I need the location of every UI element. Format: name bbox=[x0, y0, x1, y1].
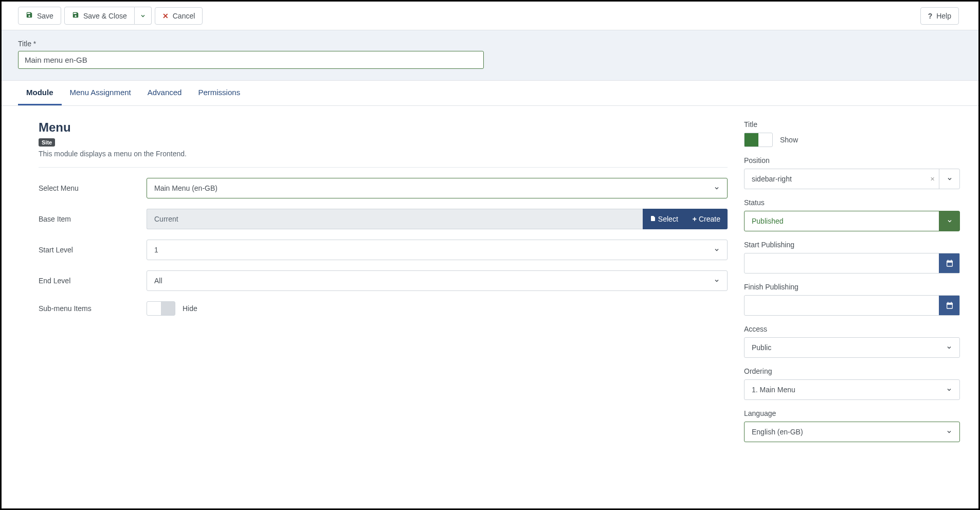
end-level-value: All bbox=[147, 277, 706, 285]
chevron-down-icon bbox=[939, 380, 959, 399]
main-column: Menu Site This module displays a menu on… bbox=[20, 120, 728, 451]
toolbar: Save Save & Close ✕ Cancel ? Help bbox=[2, 2, 978, 30]
label-access: Access bbox=[744, 325, 960, 333]
save-label: Save bbox=[37, 12, 53, 20]
chevron-down-icon bbox=[939, 338, 959, 357]
divider bbox=[39, 167, 728, 168]
end-level-dropdown[interactable]: All bbox=[147, 270, 728, 291]
submenu-value: Hide bbox=[183, 304, 197, 313]
base-item-value: Current bbox=[154, 215, 178, 223]
row-base-item: Base Item Current Select + Create bbox=[20, 209, 728, 229]
switch-knob bbox=[161, 302, 175, 315]
chevron-down-icon bbox=[706, 178, 727, 198]
tab-menu-assignment[interactable]: Menu Assignment bbox=[62, 81, 139, 105]
status-dropdown[interactable]: Published bbox=[744, 211, 960, 231]
save-dropdown-toggle[interactable] bbox=[135, 7, 152, 25]
base-item-create-button[interactable]: + Create bbox=[685, 209, 728, 229]
group-finish-publishing: Finish Publishing bbox=[744, 283, 960, 316]
title-block: Title * bbox=[2, 30, 978, 81]
calendar-icon[interactable] bbox=[939, 296, 959, 315]
cancel-icon: ✕ bbox=[162, 12, 169, 20]
save-close-button[interactable]: Save & Close bbox=[64, 7, 135, 25]
tab-advanced[interactable]: Advanced bbox=[139, 81, 190, 105]
status-value: Published bbox=[745, 217, 939, 225]
group-access: Access Public bbox=[744, 325, 960, 358]
base-item-select-button[interactable]: Select bbox=[643, 209, 685, 229]
group-title-toggle: Title Show bbox=[744, 120, 960, 147]
create-label: Create bbox=[699, 215, 720, 223]
chevron-down-icon bbox=[939, 211, 959, 231]
group-status: Status Published bbox=[744, 198, 960, 231]
label-finish-publishing: Finish Publishing bbox=[744, 283, 960, 291]
content: Menu Site This module displays a menu on… bbox=[2, 106, 978, 466]
label-ordering: Ordering bbox=[744, 367, 960, 375]
help-label: Help bbox=[936, 12, 951, 20]
language-value: English (en-GB) bbox=[745, 428, 939, 436]
label-status: Status bbox=[744, 198, 960, 207]
group-position: Position sidebar-right ✕ bbox=[744, 156, 960, 189]
save-close-group: Save & Close bbox=[64, 7, 152, 25]
title-toggle[interactable] bbox=[744, 133, 773, 147]
file-icon bbox=[650, 215, 656, 224]
start-publishing-input[interactable] bbox=[744, 253, 960, 274]
save-close-label: Save & Close bbox=[83, 12, 127, 20]
access-value: Public bbox=[745, 343, 939, 352]
help-icon: ? bbox=[928, 12, 933, 20]
group-language: Language English (en-GB) bbox=[744, 409, 960, 442]
switch-knob bbox=[745, 133, 758, 147]
select-menu-dropdown[interactable]: Main Menu (en-GB) bbox=[147, 178, 728, 198]
help-button[interactable]: ? Help bbox=[920, 7, 959, 25]
site-badge: Site bbox=[39, 138, 55, 147]
module-heading: Menu bbox=[20, 120, 728, 135]
title-label: Title * bbox=[18, 40, 962, 48]
tab-module[interactable]: Module bbox=[18, 81, 62, 105]
clear-icon[interactable]: ✕ bbox=[926, 176, 939, 183]
ordering-value: 1. Main Menu bbox=[745, 386, 939, 394]
base-item-input: Current bbox=[147, 209, 643, 229]
group-start-publishing: Start Publishing bbox=[744, 241, 960, 274]
chevron-down-icon bbox=[706, 240, 727, 260]
position-value: sidebar-right bbox=[745, 175, 926, 183]
chevron-down-icon bbox=[939, 169, 959, 189]
chevron-down-icon bbox=[939, 422, 959, 442]
tab-permissions[interactable]: Permissions bbox=[190, 81, 248, 105]
label-position: Position bbox=[744, 156, 960, 165]
language-dropdown[interactable]: English (en-GB) bbox=[744, 422, 960, 442]
tabs: Module Menu Assignment Advanced Permissi… bbox=[2, 81, 978, 106]
save-icon bbox=[72, 11, 79, 20]
cancel-button[interactable]: ✕ Cancel bbox=[155, 7, 203, 25]
submenu-toggle[interactable] bbox=[147, 301, 175, 316]
calendar-icon[interactable] bbox=[939, 253, 959, 273]
title-input[interactable] bbox=[18, 51, 484, 69]
label-title-toggle: Title bbox=[744, 120, 960, 129]
select-label: Select bbox=[658, 215, 678, 223]
row-start-level: Start Level 1 bbox=[20, 240, 728, 260]
row-submenu: Sub-menu Items Hide bbox=[20, 301, 728, 316]
label-start-level: Start Level bbox=[39, 246, 147, 254]
save-button[interactable]: Save bbox=[18, 7, 61, 25]
group-ordering: Ordering 1. Main Menu bbox=[744, 367, 960, 400]
access-dropdown[interactable]: Public bbox=[744, 337, 960, 358]
chevron-down-icon bbox=[140, 13, 146, 19]
label-base-item: Base Item bbox=[39, 215, 147, 223]
plus-icon: + bbox=[693, 215, 697, 223]
cancel-label: Cancel bbox=[173, 12, 195, 20]
label-end-level: End Level bbox=[39, 277, 147, 285]
row-end-level: End Level All bbox=[20, 270, 728, 291]
label-start-publishing: Start Publishing bbox=[744, 241, 960, 249]
chevron-down-icon bbox=[706, 271, 727, 290]
ordering-dropdown[interactable]: 1. Main Menu bbox=[744, 379, 960, 400]
start-level-dropdown[interactable]: 1 bbox=[147, 240, 728, 260]
position-dropdown[interactable]: sidebar-right ✕ bbox=[744, 169, 960, 189]
title-toggle-value: Show bbox=[780, 136, 798, 144]
side-column: Title Show Position sidebar-right ✕ Stat… bbox=[744, 120, 960, 451]
start-level-value: 1 bbox=[147, 246, 706, 254]
save-icon bbox=[26, 11, 33, 20]
row-select-menu: Select Menu Main Menu (en-GB) bbox=[20, 178, 728, 198]
label-submenu: Sub-menu Items bbox=[39, 304, 147, 313]
select-menu-value: Main Menu (en-GB) bbox=[147, 184, 706, 192]
label-select-menu: Select Menu bbox=[39, 184, 147, 192]
label-language: Language bbox=[744, 409, 960, 417]
finish-publishing-input[interactable] bbox=[744, 295, 960, 316]
module-description: This module displays a menu on the Front… bbox=[39, 150, 728, 158]
